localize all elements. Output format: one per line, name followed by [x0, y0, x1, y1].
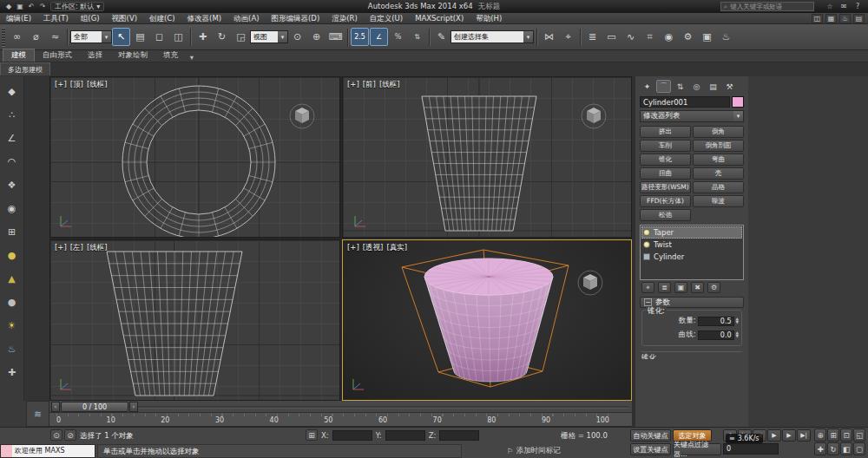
remove-modifier-icon[interactable]: ✖ — [691, 282, 704, 293]
viewport-menu-plus[interactable]: [+] — [347, 80, 359, 90]
perspective-canvas[interactable] — [343, 240, 632, 401]
unlink-selection-icon[interactable]: ⌀ — [27, 28, 45, 46]
menu-item[interactable]: 自定义(U) — [364, 13, 409, 24]
menu-item[interactable]: 帮助(H) — [470, 13, 508, 24]
listener-pane[interactable]: 欢迎使用 MAXS — [12, 445, 95, 457]
rectangular-selection-region-icon[interactable]: ◻ — [150, 28, 168, 46]
configure-modifier-sets-icon[interactable]: ⚙ — [707, 282, 720, 293]
ribbon-tab[interactable]: 选择 — [80, 49, 110, 62]
modifier-visibility-icon[interactable] — [643, 241, 650, 248]
time-slider-handle[interactable]: 0 / 100 — [61, 402, 128, 412]
zoom-all-icon[interactable]: ⊞ — [827, 429, 839, 442]
viewport-layout-icon[interactable]: ◫ — [812, 14, 823, 23]
zoom-icon[interactable]: ⊕ — [814, 429, 826, 442]
viewcube-icon[interactable] — [579, 101, 608, 131]
render-setup-icon[interactable]: ⚙ — [679, 28, 697, 46]
keyboard-override-icon[interactable]: ⌨ — [326, 28, 345, 46]
select-and-rotate-icon[interactable]: ↻ — [213, 28, 231, 46]
select-object-icon[interactable]: ↖ — [112, 28, 130, 46]
schematic-view-icon[interactable]: ⌗ — [641, 28, 659, 46]
app-menu-icon[interactable]: ◆ — [3, 2, 14, 11]
menu-item[interactable]: 图形编辑器(D) — [266, 13, 326, 24]
menu-item[interactable]: 修改器(M) — [181, 13, 227, 24]
viewport-menu-plus[interactable]: [+] — [55, 80, 67, 90]
teapot-tool-icon[interactable]: ♨ — [4, 341, 20, 357]
ribbon-tab[interactable]: 对象绘制 — [110, 49, 155, 62]
save-icon[interactable]: ▣ — [15, 2, 25, 11]
info-center-icon[interactable]: ▤ — [853, 14, 865, 23]
mirror-icon[interactable]: ⋈ — [540, 28, 558, 46]
border-mode-icon[interactable]: ◠ — [4, 154, 20, 169]
menu-item[interactable]: 动画(A) — [227, 13, 265, 24]
set-key-button[interactable]: 设置关键点 — [630, 443, 671, 455]
amount-field[interactable]: 0.5 — [698, 317, 734, 326]
maximize-viewport-icon[interactable]: ◧ — [840, 442, 852, 455]
object-name-field[interactable]: Cylinder001 — [640, 96, 730, 108]
geosphere-tool-icon[interactable]: ● — [4, 294, 20, 310]
selection-filter-dropdown[interactable]: 全部▾ — [70, 30, 112, 43]
window-crossing-icon[interactable]: ◫ — [169, 28, 187, 46]
modifier-visibility-icon[interactable] — [643, 253, 650, 260]
macro-recorder-pane[interactable] — [1, 445, 12, 457]
modifier-list-dropdown[interactable]: 修改器列表 ▾ — [640, 110, 744, 122]
track-bar[interactable]: 0102030405060708090100 — [49, 413, 632, 427]
use-pivot-point-icon[interactable]: ⊙ — [288, 28, 306, 46]
viewport-menu-shading[interactable]: [线框] — [379, 80, 400, 90]
isolate-selection-icon[interactable]: ⊙ — [50, 429, 62, 441]
time-forward-button[interactable]: › — [129, 402, 138, 412]
modify-tab-icon[interactable]: ⌒ — [656, 80, 671, 93]
transform-typein-icon[interactable]: ⊞ — [306, 429, 318, 441]
menu-item[interactable]: 渲染(R) — [326, 13, 364, 24]
left-view-canvas[interactable] — [50, 240, 340, 401]
modifier-button[interactable]: 扭曲 — [640, 167, 691, 180]
viewport-left[interactable]: [+] [左] [线框] — [49, 239, 340, 401]
menu-item[interactable]: 创建(C) — [143, 13, 181, 24]
pan-tool-icon[interactable]: ✚ — [4, 364, 20, 380]
cone-tool-icon[interactable]: ▲ — [4, 271, 20, 286]
y-field[interactable] — [385, 430, 425, 441]
layer-manager-icon[interactable]: ≣ — [583, 28, 602, 46]
current-frame-field[interactable]: 0 — [723, 443, 779, 455]
bind-to-space-warp-icon[interactable]: ≈ — [46, 28, 64, 46]
z-field[interactable] — [439, 430, 479, 441]
modifier-button[interactable]: 路径变形(WSM) — [640, 181, 691, 193]
angle-snap-icon[interactable]: ∠ — [370, 28, 388, 46]
sphere-tool-icon[interactable]: ● — [4, 247, 20, 263]
modifier-button[interactable]: 壳 — [693, 167, 744, 180]
polygon-modeling-icon[interactable]: ◆ — [4, 83, 20, 99]
modifier-stack-item[interactable]: Taper — [641, 226, 742, 239]
time-slider[interactable]: ‹ 0 / 100 › — [49, 401, 632, 413]
select-by-name-icon[interactable]: ▤ — [131, 28, 149, 46]
key-filters-button[interactable]: 关键点过滤器... — [673, 443, 721, 455]
material-editor-icon[interactable]: ◉ — [660, 28, 678, 46]
communication-center-icon[interactable]: ✉ — [838, 2, 849, 11]
menu-item[interactable]: 组(G) — [75, 13, 106, 24]
maxscript-mini-listener[interactable]: 欢迎使用 MAXS — [0, 444, 95, 458]
redo-icon[interactable]: ↷ — [37, 2, 48, 11]
sign-in-star-icon[interactable]: ☆ — [825, 2, 835, 11]
time-back-button[interactable]: ‹ — [51, 402, 60, 412]
utilities-tab-icon[interactable]: ⚒ — [722, 80, 737, 93]
light-tool-icon[interactable]: ☀ — [4, 317, 20, 333]
menu-item[interactable]: MAXScript(X) — [409, 13, 470, 24]
render-teapot-icon[interactable]: ♨ — [839, 14, 851, 23]
undo-icon[interactable]: ↶ — [26, 2, 36, 11]
menu-item[interactable]: 编辑(E) — [0, 13, 37, 24]
viewport-menu-view[interactable]: [透视] — [363, 243, 384, 253]
viewport-top[interactable]: [+] [顶] [线框] — [49, 76, 340, 238]
edge-mode-icon[interactable]: ∠ — [4, 130, 20, 146]
grid-toggle-icon[interactable]: ▦ — [825, 14, 837, 23]
select-and-manipulate-icon[interactable]: ⊕ — [307, 28, 326, 46]
workspace-dropdown[interactable]: 工作区: 默认▾ — [50, 2, 104, 11]
zoom-region-icon[interactable]: ◱ — [853, 429, 865, 442]
auto-key-button[interactable]: 自动关键点 — [630, 429, 671, 442]
menu-item[interactable]: 工具(T) — [37, 13, 75, 24]
time-tag[interactable]: ⚐添加时间标记 — [507, 446, 561, 456]
motion-tab-icon[interactable]: ◎ — [689, 80, 704, 93]
next-frame-icon[interactable]: ▶ — [782, 429, 796, 442]
modifier-button[interactable]: 晶格 — [693, 181, 744, 193]
viewport-menu-plus[interactable]: [+] — [55, 243, 67, 253]
show-end-result-icon[interactable]: ≣ — [658, 282, 671, 293]
pan-icon[interactable]: ✚ — [814, 442, 826, 455]
ribbon-tab[interactable]: 自由形式 — [35, 49, 80, 62]
